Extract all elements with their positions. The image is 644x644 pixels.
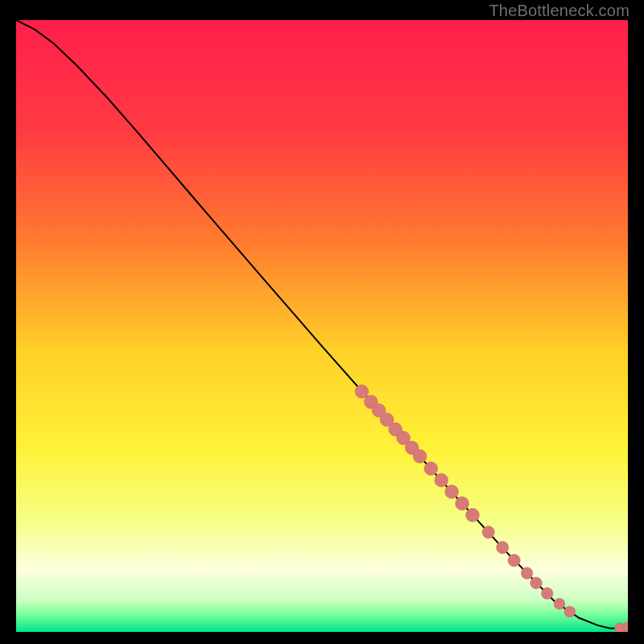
chart-marker (564, 606, 576, 617)
watermark-label: TheBottleneck.com (489, 2, 630, 20)
chart-marker (554, 598, 565, 609)
chart-marker (508, 554, 520, 566)
chart-marker (435, 473, 448, 487)
chart-marker (482, 526, 494, 539)
chart-marker (466, 508, 480, 522)
chart-marker (413, 450, 427, 464)
chart-marker (530, 577, 542, 588)
chart-marker (424, 462, 438, 476)
chart-stage: TheBottleneck.com (0, 0, 644, 644)
chart-marker (521, 568, 532, 579)
chart-marker (445, 485, 459, 499)
chart-plot-area (16, 20, 628, 632)
chart-marker (355, 385, 369, 398)
chart-marker (541, 588, 552, 599)
chart-marker (456, 497, 469, 510)
chart-svg (16, 20, 628, 632)
chart-marker (497, 542, 509, 554)
chart-background (16, 20, 628, 632)
